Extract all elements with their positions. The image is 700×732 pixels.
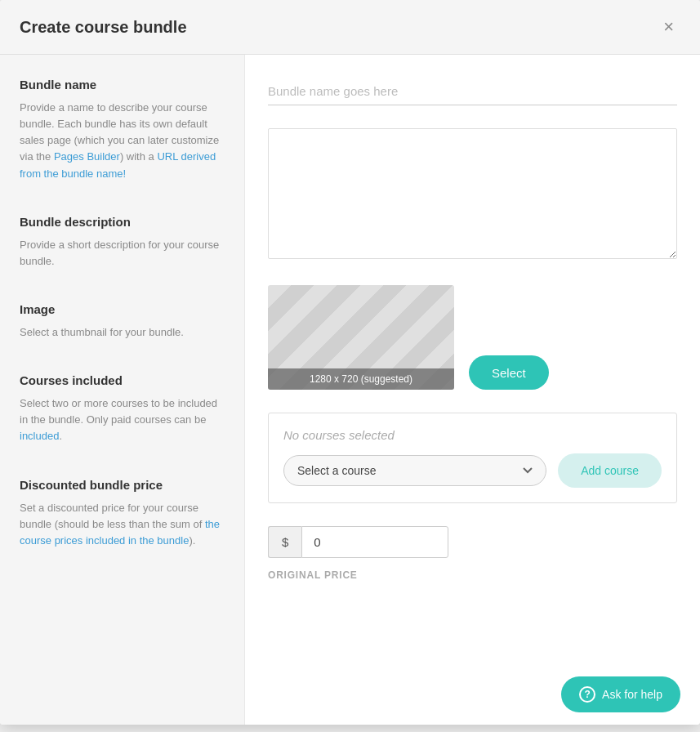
bundle-name-desc: Provide a name to describe your course b… — [20, 100, 225, 182]
content-area: 1280 x 720 (suggested) Select No courses… — [245, 55, 700, 725]
image-desc: Select a thumbnail for your bundle. — [20, 324, 225, 341]
bundle-description-title: Bundle description — [20, 215, 225, 229]
close-button[interactable]: × — [657, 15, 680, 39]
image-suggestion-label: 1280 x 720 (suggested) — [268, 368, 454, 390]
modal-header: Create course bundle × — [0, 0, 700, 55]
original-price-label: ORIGINAL PRICE — [268, 569, 677, 581]
bundle-name-field-group — [268, 78, 677, 105]
sidebar-section-image: Image Select a thumbnail for your bundle… — [20, 302, 225, 341]
course-select-dropdown[interactable]: Select a course — [283, 455, 546, 486]
courses-desc: Select two or more courses to be include… — [20, 395, 225, 444]
bundle-description-textarea[interactable] — [268, 128, 677, 259]
select-image-button[interactable]: Select — [469, 355, 549, 390]
price-input[interactable] — [301, 526, 448, 558]
modal-title: Create course bundle — [20, 18, 187, 37]
help-icon: ? — [579, 686, 595, 703]
image-section: 1280 x 720 (suggested) Select — [268, 285, 677, 390]
sidebar-section-description: Bundle description Provide a short descr… — [20, 215, 225, 270]
ask-for-help-button[interactable]: ? Ask for help — [561, 676, 680, 712]
courses-title: Courses included — [20, 373, 225, 387]
courses-box: No courses selected Select a course Add … — [268, 413, 677, 503]
add-course-button[interactable]: Add course — [558, 453, 662, 488]
image-placeholder: 1280 x 720 (suggested) — [268, 285, 454, 390]
image-title: Image — [20, 302, 225, 316]
price-title: Discounted bundle price — [20, 478, 225, 492]
bundle-description-desc: Provide a short description for your cou… — [20, 237, 225, 270]
sidebar-section-price: Discounted bundle price Set a discounted… — [20, 478, 225, 549]
ask-help-label: Ask for help — [602, 688, 662, 701]
create-bundle-modal: Create course bundle × Bundle name Provi… — [0, 0, 700, 725]
sidebar: Bundle name Provide a name to describe y… — [0, 55, 245, 725]
bundle-name-input[interactable] — [268, 78, 677, 105]
sidebar-section-bundle-name: Bundle name Provide a name to describe y… — [20, 78, 225, 182]
bundle-name-title: Bundle name — [20, 78, 225, 92]
currency-symbol: $ — [268, 526, 301, 558]
bundle-description-field-group — [268, 128, 677, 262]
course-select-row: Select a course Add course — [283, 453, 662, 488]
sidebar-section-courses: Courses included Select two or more cour… — [20, 373, 225, 444]
no-courses-label: No courses selected — [283, 428, 662, 442]
price-desc: Set a discounted price for your course b… — [20, 500, 225, 549]
price-section: $ — [268, 526, 677, 558]
modal-body: Bundle name Provide a name to describe y… — [0, 55, 700, 725]
